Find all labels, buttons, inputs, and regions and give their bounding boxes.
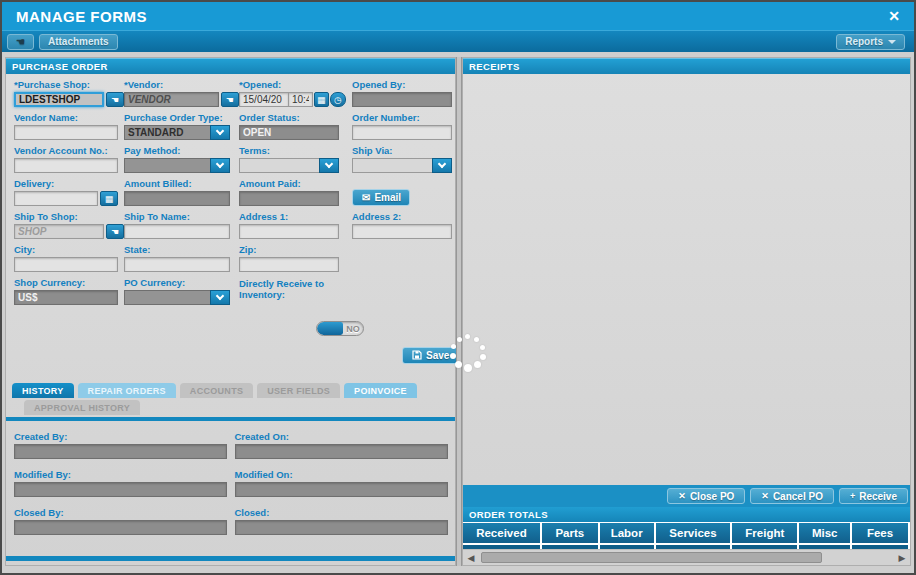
form-footer-area: NO Save — [6, 305, 455, 377]
city-label: City: — [14, 244, 124, 255]
ship-to-shop-lookup-button[interactable]: ☚ — [106, 224, 124, 239]
tab-repair-orders[interactable]: REPAIR ORDERS — [78, 383, 176, 398]
terms-select[interactable] — [239, 158, 339, 173]
city-input[interactable] — [14, 257, 118, 272]
directly-receive-toggle[interactable]: NO — [316, 321, 364, 336]
loading-spinner — [449, 333, 487, 371]
horizontal-scrollbar[interactable]: ◀ ▶ — [463, 549, 910, 565]
title-bar: MANAGE FORMS ✕ — [2, 2, 914, 30]
created-by-label: Created By: — [14, 431, 235, 442]
modified-by-label: Modified By: — [14, 469, 235, 480]
tab-history[interactable]: HISTORY — [12, 383, 74, 398]
column-fees[interactable]: Fees — [852, 523, 910, 543]
ship-to-name-label: Ship To Name: — [124, 211, 239, 222]
state-input[interactable] — [124, 257, 230, 272]
terms-value — [239, 158, 319, 173]
cancel-po-label: Cancel PO — [773, 491, 823, 502]
po-currency-value — [124, 290, 210, 305]
pay-method-select[interactable] — [124, 158, 230, 173]
pay-method-value — [124, 158, 210, 173]
closed-by-input — [14, 520, 227, 535]
toggle-value: NO — [343, 322, 363, 335]
address2-label: Address 2: — [352, 211, 455, 222]
po-currency-select[interactable] — [124, 290, 230, 305]
state-label: State: — [124, 244, 239, 255]
receipts-action-bar: ✕ Close PO ✕ Cancel PO + Receive — [463, 485, 910, 507]
vendor-input[interactable] — [124, 92, 219, 107]
receive-label: Receive — [859, 491, 897, 502]
order-totals-header: ORDER TOTALS — [463, 507, 910, 522]
clock-icon[interactable]: ◷ — [330, 92, 346, 107]
terms-label: Terms: — [239, 145, 346, 156]
ship-via-select[interactable] — [352, 158, 452, 173]
panel-bottom-strip — [6, 556, 455, 561]
tab-accounts[interactable]: ACCOUNTS — [180, 383, 253, 398]
vendor-lookup-button[interactable]: ☚ — [221, 92, 239, 107]
close-icon: ✕ — [678, 491, 686, 501]
cancel-po-button[interactable]: ✕ Cancel PO — [750, 488, 834, 504]
close-icon[interactable]: ✕ — [888, 8, 900, 24]
column-parts[interactable]: Parts — [542, 523, 600, 543]
close-po-button[interactable]: ✕ Close PO — [667, 488, 745, 504]
ship-to-name-input[interactable] — [124, 224, 230, 239]
delivery-input[interactable] — [14, 191, 98, 206]
attachments-button[interactable]: Attachments — [39, 34, 118, 50]
column-labor[interactable]: Labor — [600, 523, 656, 543]
hand-pointer-icon: ☚ — [226, 95, 234, 105]
chevron-down-icon — [432, 158, 452, 173]
modified-by-input — [14, 482, 227, 497]
order-number-input[interactable] — [352, 125, 452, 140]
zip-input[interactable] — [239, 257, 339, 272]
amount-billed-input — [124, 191, 230, 206]
column-services[interactable]: Services — [656, 523, 733, 543]
tab-approval-history[interactable]: APPROVAL HISTORY — [24, 400, 140, 415]
purchase-shop-input[interactable] — [14, 92, 104, 107]
hand-pointer-icon: ☚ — [111, 227, 119, 237]
save-label: Save — [426, 350, 449, 361]
calendar-icon[interactable]: ▦ — [100, 191, 118, 206]
opened-label: *Opened: — [239, 79, 346, 90]
address1-label: Address 1: — [239, 211, 346, 222]
purchase-shop-label: *Purchase Shop: — [14, 79, 124, 90]
order-totals-column-row: Received Parts Labor Services Freight Mi… — [463, 522, 910, 543]
ship-via-label: Ship Via: — [352, 145, 455, 156]
receipts-panel: RECEIPTS ✕ Close PO ✕ Cancel PO + Receiv… — [462, 57, 911, 566]
reports-label: Reports — [845, 36, 883, 47]
receipts-empty-body — [463, 74, 910, 485]
shop-currency-label: Shop Currency: — [14, 277, 124, 288]
purchase-shop-lookup-button[interactable]: ☚ — [106, 92, 124, 107]
chevron-down-icon — [888, 40, 896, 44]
chevron-down-icon — [319, 158, 339, 173]
column-freight[interactable]: Freight — [732, 523, 799, 543]
column-misc[interactable]: Misc — [799, 523, 852, 543]
opened-time-input[interactable] — [289, 92, 313, 107]
address1-input[interactable] — [239, 224, 339, 239]
tab-poinvoice[interactable]: POINVOICE — [344, 383, 417, 398]
order-number-label: Order Number: — [352, 112, 455, 123]
column-received[interactable]: Received — [463, 523, 542, 543]
scroll-right-icon[interactable]: ▶ — [894, 553, 910, 563]
scroll-left-icon[interactable]: ◀ — [463, 553, 479, 563]
opened-date-input[interactable] — [239, 92, 289, 107]
lookup-tool-button[interactable]: ☚ — [7, 34, 34, 50]
receive-button[interactable]: + Receive — [839, 488, 908, 504]
scrollbar-thumb[interactable] — [481, 552, 822, 563]
pay-method-label: Pay Method: — [124, 145, 239, 156]
amount-billed-label: Amount Billed: — [124, 178, 239, 189]
closed-by-label: Closed By: — [14, 507, 235, 518]
order-status-label: Order Status: — [239, 112, 346, 123]
vendor-account-input[interactable] — [14, 158, 118, 173]
closed-label: Closed: — [235, 507, 456, 518]
ship-to-shop-input[interactable] — [14, 224, 104, 239]
vendor-name-input[interactable] — [14, 125, 118, 140]
toolbar: ☚ Attachments Reports — [2, 30, 914, 52]
po-type-select[interactable]: STANDARD — [124, 125, 230, 140]
email-button[interactable]: ✉ Email — [352, 189, 410, 206]
calendar-icon[interactable]: ▦ — [314, 92, 329, 107]
tab-user-fields[interactable]: USER FIELDS — [257, 383, 340, 398]
email-label: Email — [374, 192, 401, 203]
reports-button[interactable]: Reports — [836, 34, 905, 50]
purchase-order-panel: PURCHASE ORDER *Purchase Shop: ☚ *Vendor… — [5, 57, 456, 566]
address2-input[interactable] — [352, 224, 452, 239]
po-type-value: STANDARD — [124, 125, 210, 140]
